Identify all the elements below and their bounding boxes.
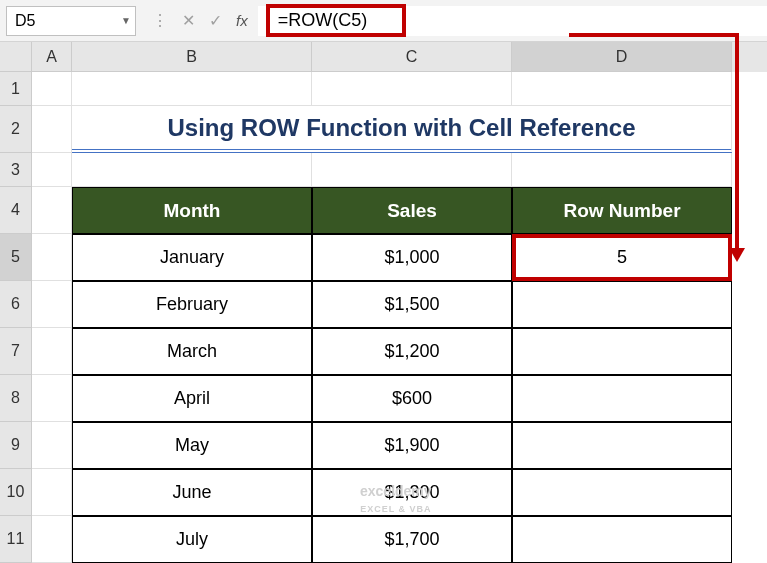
row-header[interactable]: 3 <box>0 153 32 187</box>
row-header[interactable]: 11 <box>0 516 32 563</box>
annotation-arrow <box>735 35 739 250</box>
grid-body[interactable]: Using ROW Function with Cell Reference M… <box>32 72 767 563</box>
cell[interactable] <box>32 516 72 563</box>
cell-rownumber[interactable] <box>512 328 732 375</box>
cell[interactable] <box>72 72 312 106</box>
dots-icon: ⋮ <box>152 11 168 30</box>
row-header[interactable]: 4 <box>0 187 32 234</box>
cell[interactable] <box>32 281 72 328</box>
cell-month[interactable]: April <box>72 375 312 422</box>
cell-sales[interactable]: $1,300 <box>312 469 512 516</box>
row-header[interactable]: 9 <box>0 422 32 469</box>
col-header[interactable]: B <box>72 42 312 72</box>
grid-main: A B C D Using ROW Function with Cell Ref… <box>32 42 767 563</box>
cell[interactable] <box>72 153 312 187</box>
cell-sales[interactable]: $1,000 <box>312 234 512 281</box>
row-header[interactable]: 8 <box>0 375 32 422</box>
cell-month[interactable]: March <box>72 328 312 375</box>
cell[interactable] <box>312 153 512 187</box>
cell-sales[interactable]: $1,200 <box>312 328 512 375</box>
cell[interactable] <box>32 72 72 106</box>
cell-rownumber[interactable] <box>512 469 732 516</box>
col-header[interactable]: C <box>312 42 512 72</box>
cell-month[interactable]: January <box>72 234 312 281</box>
fx-icon[interactable]: fx <box>236 12 248 29</box>
name-box-dropdown-icon[interactable]: ▼ <box>121 15 131 26</box>
page-title-cell[interactable]: Using ROW Function with Cell Reference <box>72 106 732 153</box>
name-box[interactable]: D5 ▼ <box>6 6 136 36</box>
row-header[interactable]: 1 <box>0 72 32 106</box>
cell-rownumber[interactable] <box>512 281 732 328</box>
formula-input[interactable]: =ROW(C5) <box>258 6 767 36</box>
formula-icons: ⋮ ✕ ✓ fx <box>142 11 258 30</box>
name-box-value: D5 <box>15 12 35 30</box>
cell-rownumber[interactable] <box>512 422 732 469</box>
table-header-sales[interactable]: Sales <box>312 187 512 234</box>
cell-rownumber[interactable] <box>512 375 732 422</box>
cell[interactable] <box>32 106 72 153</box>
row-header[interactable]: 6 <box>0 281 32 328</box>
active-cell[interactable]: 5 <box>512 234 732 281</box>
row-headers-column: 1 2 3 4 5 6 7 8 9 10 11 <box>0 42 32 563</box>
col-header[interactable]: D <box>512 42 732 72</box>
cell[interactable] <box>32 153 72 187</box>
annotation-arrow <box>729 248 745 262</box>
annotation-arrow <box>569 33 739 37</box>
cell-rownumber[interactable] <box>512 516 732 563</box>
cell[interactable] <box>512 153 732 187</box>
table-header-month[interactable]: Month <box>72 187 312 234</box>
column-headers: A B C D <box>32 42 767 72</box>
cell[interactable] <box>32 328 72 375</box>
select-all-corner[interactable] <box>0 42 32 72</box>
cell-sales[interactable]: $1,700 <box>312 516 512 563</box>
cell-month[interactable]: July <box>72 516 312 563</box>
cell[interactable] <box>312 72 512 106</box>
table-header-rownumber[interactable]: Row Number <box>512 187 732 234</box>
cell-month[interactable]: June <box>72 469 312 516</box>
cell-sales[interactable]: $600 <box>312 375 512 422</box>
cell[interactable] <box>32 234 72 281</box>
cell-month[interactable]: February <box>72 281 312 328</box>
cell[interactable] <box>32 187 72 234</box>
cancel-icon[interactable]: ✕ <box>182 11 195 30</box>
enter-icon[interactable]: ✓ <box>209 11 222 30</box>
spreadsheet-grid: 1 2 3 4 5 6 7 8 9 10 11 A B C D <box>0 42 767 563</box>
cell-month[interactable]: May <box>72 422 312 469</box>
formula-text: =ROW(C5) <box>266 4 406 37</box>
row-header[interactable]: 5 <box>0 234 32 281</box>
row-header[interactable]: 7 <box>0 328 32 375</box>
col-header[interactable]: A <box>32 42 72 72</box>
cell[interactable] <box>32 375 72 422</box>
cell[interactable] <box>32 469 72 516</box>
row-header[interactable]: 2 <box>0 106 32 153</box>
cell-sales[interactable]: $1,900 <box>312 422 512 469</box>
cell-sales[interactable]: $1,500 <box>312 281 512 328</box>
row-header[interactable]: 10 <box>0 469 32 516</box>
cell[interactable] <box>512 72 732 106</box>
cell[interactable] <box>32 422 72 469</box>
